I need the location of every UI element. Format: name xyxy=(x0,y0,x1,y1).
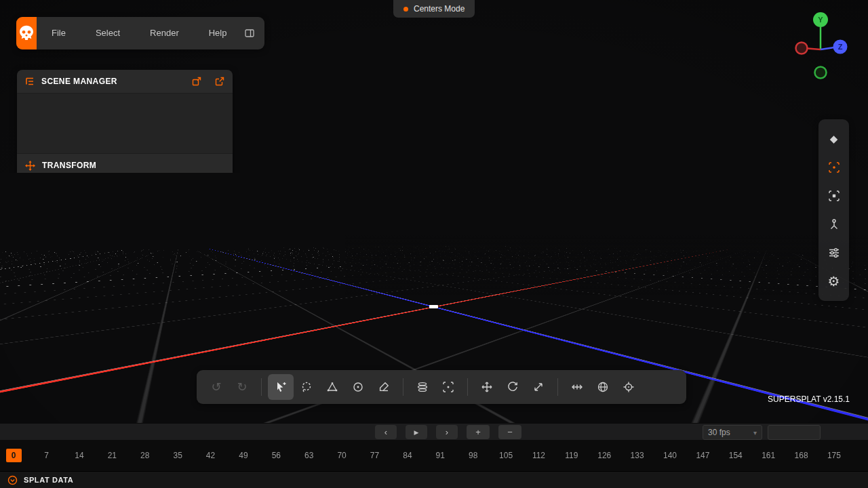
timeline-tick[interactable]: 14 xyxy=(63,446,96,465)
timeline-tick[interactable]: 84 xyxy=(391,446,424,465)
timeline-tick[interactable]: 154 xyxy=(719,446,752,465)
timeline-tick[interactable]: 21 xyxy=(96,446,128,465)
scale-field[interactable] xyxy=(78,229,226,245)
timeline-tick[interactable]: 49 xyxy=(227,446,260,465)
transform-move-icon xyxy=(25,161,35,171)
origin-tool-button[interactable] xyxy=(823,213,846,236)
mode-badge[interactable]: Centers Mode xyxy=(393,0,475,18)
mode-dot-icon xyxy=(403,7,408,12)
splat-data-bar[interactable]: SPLAT DATA xyxy=(0,471,868,488)
centers-mode-button[interactable] xyxy=(823,156,846,179)
mode-label: Centers Mode xyxy=(414,4,465,14)
menu-help[interactable]: Help xyxy=(194,17,242,49)
menu-render[interactable]: Render xyxy=(135,17,194,49)
timeline-tick[interactable]: 91 xyxy=(424,446,456,465)
current-frame-input[interactable] xyxy=(826,425,856,440)
scale-tool-button[interactable] xyxy=(526,374,551,400)
timeline-tick[interactable]: 112 xyxy=(522,446,555,465)
timeline-ruler[interactable]: 0 7 14 21 28 35 42 49 56 63 70 77 84 91 … xyxy=(0,440,868,471)
remove-key-button[interactable]: − xyxy=(498,425,521,439)
rotate-icon xyxy=(507,381,519,393)
world-space-button[interactable] xyxy=(590,374,616,400)
redo-button[interactable]: ↻ xyxy=(229,374,255,400)
timeline-tick[interactable]: 98 xyxy=(456,446,489,465)
open-external-icon[interactable] xyxy=(215,77,224,86)
prev-frame-button[interactable]: ‹ xyxy=(375,425,397,439)
globe-icon xyxy=(597,381,609,393)
import-scene-icon[interactable] xyxy=(192,77,201,86)
scene-list-empty[interactable] xyxy=(17,93,233,154)
minus-icon: − xyxy=(507,427,513,437)
timeline-tick[interactable]: 147 xyxy=(686,446,719,465)
timeline-tick[interactable]: 56 xyxy=(260,446,292,465)
timeline-tick[interactable]: 175 xyxy=(818,446,850,465)
tripod-icon xyxy=(828,218,840,230)
sphere-icon xyxy=(352,381,364,393)
scene-manager-panel: SCENE MANAGER TRANSFORM Position xyxy=(17,70,233,268)
timeline-tick[interactable]: 140 xyxy=(654,446,686,465)
view-axis-gizmo[interactable]: Y Z xyxy=(776,5,865,87)
next-frame-button[interactable]: › xyxy=(436,425,458,439)
timeline-tick[interactable]: 7 xyxy=(30,446,62,465)
timeline-tick[interactable]: 105 xyxy=(490,446,522,465)
undo-button[interactable]: ↺ xyxy=(203,374,229,400)
move-icon xyxy=(481,381,493,393)
scene-manager-header: SCENE MANAGER xyxy=(17,70,233,93)
position-x-field[interactable]: x xyxy=(58,186,184,202)
timeline-tick[interactable]: 35 xyxy=(161,446,194,465)
transform-rows: Position x y z Rota xyxy=(17,177,233,251)
chevron-down-icon: ▾ xyxy=(753,429,757,436)
supersplat-logo[interactable] xyxy=(16,17,37,49)
rotate-tool-button[interactable] xyxy=(500,374,526,400)
version-label: SUPERSPLAT v2.15.1 xyxy=(768,394,850,404)
scale-row: Scale xyxy=(22,226,227,248)
rotation-y-input[interactable] xyxy=(201,210,233,221)
timeline-tick[interactable]: 70 xyxy=(326,446,358,465)
add-key-button[interactable]: + xyxy=(467,425,490,439)
position-y-input[interactable] xyxy=(199,188,233,199)
next-icon: › xyxy=(446,427,448,437)
picker-select-button[interactable] xyxy=(268,374,294,400)
sphere-select-button[interactable] xyxy=(345,374,371,400)
play-button[interactable]: ▶ xyxy=(406,425,427,439)
position-y-field[interactable]: y xyxy=(194,186,233,202)
splats-mode-button[interactable]: ◆ xyxy=(823,127,846,150)
scale-input[interactable] xyxy=(83,232,220,243)
gizmo-settings-button[interactable] xyxy=(616,374,642,400)
timeline-tick[interactable]: 126 xyxy=(588,446,620,465)
total-frames-input[interactable] xyxy=(768,425,821,440)
menu-file[interactable]: File xyxy=(37,17,81,49)
brush-select-button[interactable] xyxy=(371,374,397,400)
gizmo-target-icon xyxy=(623,381,635,393)
pivot-translate-button[interactable] xyxy=(564,374,590,400)
move-tool-button[interactable] xyxy=(474,374,500,400)
timeline-tick[interactable]: 168 xyxy=(785,446,817,465)
splat-rings-button[interactable] xyxy=(410,374,435,400)
timeline-tick[interactable]: 161 xyxy=(752,446,785,465)
lasso-select-button[interactable] xyxy=(294,374,319,400)
polygon-select-button[interactable] xyxy=(319,374,345,400)
view-options-button[interactable] xyxy=(823,241,846,264)
timeline-tick[interactable]: 63 xyxy=(293,446,326,465)
timeline-tick[interactable]: 119 xyxy=(555,446,588,465)
timeline-tick[interactable]: 42 xyxy=(194,446,226,465)
frame-selection-button[interactable] xyxy=(823,184,846,207)
settings-button[interactable]: ⚙ xyxy=(823,270,846,293)
toolbar-divider xyxy=(467,378,468,396)
position-row: Position x y z xyxy=(22,183,227,205)
panel-layout-icon xyxy=(244,28,255,39)
timeline-tick[interactable]: 28 xyxy=(129,446,161,465)
fps-select[interactable]: 30 fps ▾ xyxy=(703,425,762,440)
scene-manager-title: SCENE MANAGER xyxy=(41,77,117,86)
timeline-tick-current[interactable]: 0 xyxy=(0,446,30,465)
prev-icon: ‹ xyxy=(384,427,387,437)
menu-select[interactable]: Select xyxy=(81,17,135,49)
timeline-tick[interactable]: 77 xyxy=(358,446,391,465)
crop-box-button[interactable] xyxy=(435,374,461,400)
rotation-y-field[interactable]: y xyxy=(195,207,233,224)
panel-toggle-button[interactable] xyxy=(244,28,255,39)
timeline-tick[interactable]: 133 xyxy=(620,446,653,465)
position-x-input[interactable] xyxy=(64,188,172,199)
rotation-x-input[interactable] xyxy=(65,210,173,221)
rotation-x-field[interactable]: x xyxy=(60,207,185,224)
